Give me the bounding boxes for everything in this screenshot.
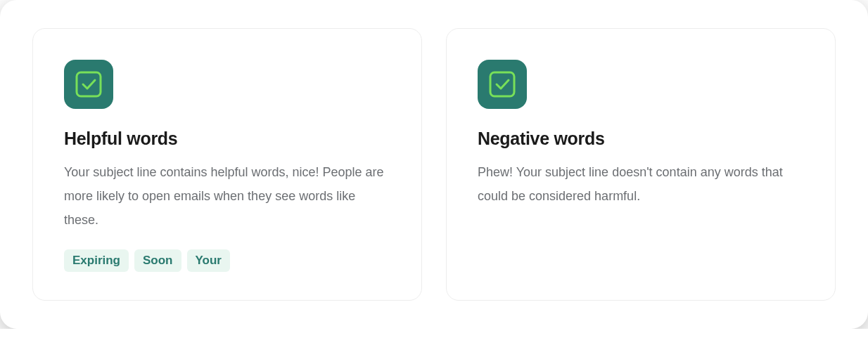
helpful-words-description: Your subject line contains helpful words… [64,160,390,233]
cards-container: Helpful words Your subject line contains… [0,0,868,329]
svg-rect-0 [77,72,101,96]
tag-item: Soon [134,249,181,272]
negative-words-card: Negative words Phew! Your subject line d… [446,28,836,301]
tag-item: Your [187,249,230,272]
tag-item: Expiring [64,249,129,272]
negative-words-title: Negative words [478,129,804,149]
helpful-words-tags: Expiring Soon Your [64,249,390,272]
svg-rect-1 [490,72,514,96]
helpful-words-title: Helpful words [64,129,390,149]
check-square-icon [64,60,113,109]
negative-words-description: Phew! Your subject line doesn't contain … [478,160,804,208]
helpful-words-card: Helpful words Your subject line contains… [32,28,422,301]
check-square-icon [478,60,527,109]
